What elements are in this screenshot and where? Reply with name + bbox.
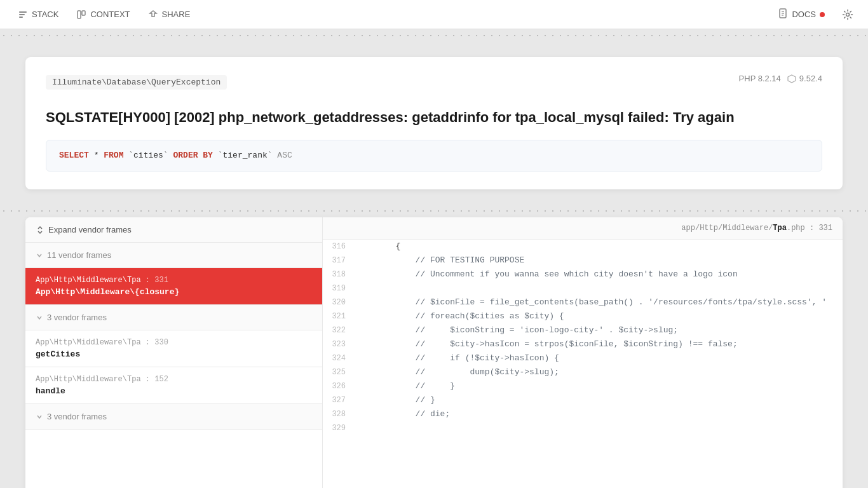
code-file-path: app/Http/Middleware/Tpa.php : 331 xyxy=(681,224,832,233)
get-cities-frame-path: App\Http\Middleware\Tpa : 330 xyxy=(36,338,312,347)
code-line-318: 318 // Uncomment if you wanna see which … xyxy=(323,268,843,281)
dot-separator-mid xyxy=(0,205,868,217)
handle-frame-path: App\Http\Middleware\Tpa : 152 xyxy=(36,375,312,384)
active-stack-frame[interactable]: App\Http\Middleware\Tpa : 331 App\Http\M… xyxy=(25,268,322,305)
error-title: SQLSTATE[HY000] [2002] php_network_getad… xyxy=(46,109,822,127)
sql-star: * xyxy=(94,151,104,160)
expand-vendor-frames-button[interactable]: Expand vendor frames xyxy=(25,217,322,243)
svg-rect-1 xyxy=(19,14,25,15)
stack-nav-item[interactable]: STACK xyxy=(10,6,66,24)
php-version-label: PHP 8.2.14 xyxy=(739,74,781,83)
version-info: PHP 8.2.14 9.52.4 xyxy=(739,74,822,83)
vendor-frames-toggle-3[interactable]: 3 vendor frames xyxy=(25,404,322,429)
svg-rect-3 xyxy=(78,11,81,18)
code-line-316: 316 { xyxy=(323,240,843,254)
stack-label: STACK xyxy=(32,10,58,19)
exception-class-path: Illuminate\Database\QueryException xyxy=(46,75,227,90)
context-nav-item[interactable]: CONTEXT xyxy=(69,6,137,24)
sql-order: ORDER BY xyxy=(173,151,212,160)
top-navigation: STACK CONTEXT SHARE xyxy=(0,0,868,29)
docs-button[interactable]: DOCS xyxy=(770,4,832,24)
code-right-panel: app/Http/Middleware/Tpa.php : 331 316 { … xyxy=(323,217,843,488)
code-line-327: 327 // } xyxy=(323,393,843,407)
nav-left-items: STACK CONTEXT SHARE xyxy=(10,6,198,24)
vendor-frames-toggle-1[interactable]: 11 vendor frames xyxy=(25,243,322,268)
svg-marker-10 xyxy=(788,75,796,83)
code-line-321: 321 // foreach($cities as $city) { xyxy=(323,309,843,323)
dot-separator-top xyxy=(0,29,868,42)
vendor-frames-count-3: 3 vendor frames xyxy=(47,412,107,421)
vendor-frames-count-2: 3 vendor frames xyxy=(47,313,107,322)
active-frame-method: App\Http\Middleware\{closure} xyxy=(36,287,312,297)
vendor-frames-group-2: 3 vendor frames xyxy=(25,305,322,330)
code-line-326: 326 // } xyxy=(323,379,843,393)
vendor-frames-group-3: 3 vendor frames xyxy=(25,404,322,430)
docs-icon xyxy=(778,8,788,20)
sql-table: `cities` xyxy=(128,151,173,160)
code-line-323: 323 // $city->hasIcon = strpos($iconFile… xyxy=(323,337,843,351)
error-card: Illuminate\Database\QueryException PHP 8… xyxy=(25,57,843,189)
sql-column: `tier_rank` xyxy=(218,151,278,160)
settings-button[interactable] xyxy=(837,4,858,25)
svg-rect-4 xyxy=(82,11,85,15)
code-line-320: 320 // $iconFile = file_get_contents(bas… xyxy=(323,295,843,309)
sql-select: SELECT xyxy=(59,151,89,160)
share-nav-item[interactable]: SHARE xyxy=(140,6,198,24)
sql-direction: ASC xyxy=(277,151,292,160)
vendor-frames-group-1: 11 vendor frames xyxy=(25,243,322,268)
nav-right-items: DOCS xyxy=(770,4,858,25)
code-line-317: 317 // FOR TESTING PURPOSE xyxy=(323,254,843,268)
get-cities-method: getCities xyxy=(36,349,312,359)
active-frame-path: App\Http\Middleware\Tpa : 331 xyxy=(36,276,312,285)
vendor-frames-toggle-2[interactable]: 3 vendor frames xyxy=(25,305,322,330)
sql-query-block: SELECT * FROM `cities` ORDER BY `tier_ra… xyxy=(46,140,822,172)
vendor-frames-count-1: 11 vendor frames xyxy=(47,250,111,260)
expand-vendor-label: Expand vendor frames xyxy=(48,225,132,234)
code-view: 316 { 317 // FOR TESTING PURPOSE 318 // … xyxy=(323,240,843,488)
context-label: CONTEXT xyxy=(90,10,130,19)
stack-section: Expand vendor frames 11 vendor frames Ap… xyxy=(25,217,843,488)
share-icon xyxy=(148,10,158,20)
sql-from: FROM xyxy=(104,151,123,160)
svg-rect-2 xyxy=(19,17,23,18)
get-cities-frame[interactable]: App\Http\Middleware\Tpa : 330 getCities xyxy=(25,330,322,367)
svg-point-9 xyxy=(846,13,850,16)
code-line-324: 324 // if (!$city->hasIcon) { xyxy=(323,351,843,365)
code-line-319: 319 xyxy=(323,281,843,295)
code-line-328: 328 // die; xyxy=(323,407,843,421)
stack-icon xyxy=(18,10,28,20)
handle-method: handle xyxy=(36,386,312,396)
svg-rect-0 xyxy=(19,11,27,13)
ignition-version: 9.52.4 xyxy=(787,74,822,83)
code-line-322: 322 // $iconString = 'icon-logo-city-' .… xyxy=(323,323,843,337)
stack-left-panel: Expand vendor frames 11 vendor frames Ap… xyxy=(25,217,323,488)
context-icon xyxy=(76,10,86,20)
docs-notification-dot xyxy=(820,12,825,17)
docs-label: DOCS xyxy=(792,10,816,19)
share-label: SHARE xyxy=(162,10,191,19)
code-line-325: 325 // dump($city->slug); xyxy=(323,365,843,379)
handle-frame[interactable]: App\Http\Middleware\Tpa : 152 handle xyxy=(25,367,322,404)
code-file-header: app/Http/Middleware/Tpa.php : 331 xyxy=(323,217,843,240)
code-line-329: 329 xyxy=(323,421,843,435)
